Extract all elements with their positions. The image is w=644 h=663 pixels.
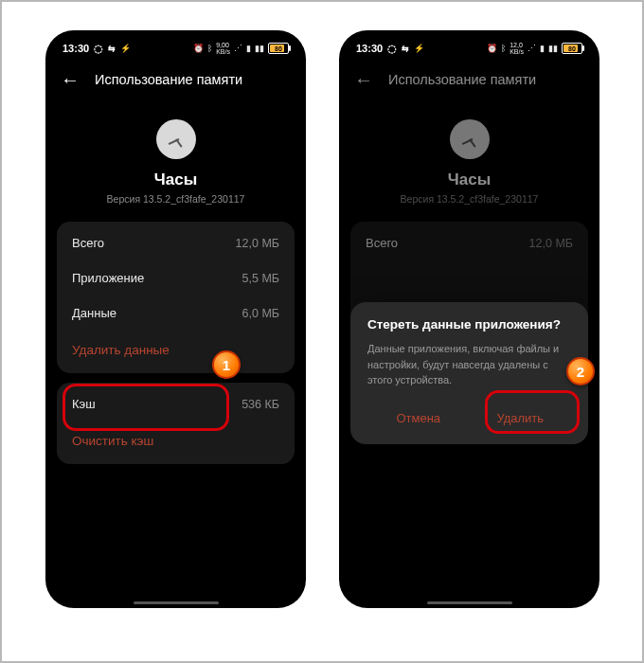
phone-screenshot-2: 13:30 ◌ ⇆ ⚡ ⏰ ᛒ 12,0 KB/s ⋰ ▮ ▮▮ 80 ← Ис… <box>339 30 599 608</box>
app-info: Часы Версия 13.5.2_cf3fafe_230117 <box>339 119 599 205</box>
net-speed: 12,0 KB/s <box>510 42 524 55</box>
app-size-value: 5,5 МБ <box>242 272 279 285</box>
page-title: Использование памяти <box>388 72 536 87</box>
app-info: Часы Версия 13.5.2_cf3fafe_230117 <box>45 119 306 205</box>
annotation-marker-2: 2 <box>566 357 595 385</box>
row-data: Данные 6,0 МБ <box>72 296 279 331</box>
bluetooth-icon: ᛒ <box>207 44 212 53</box>
page-header: ← Использование памяти <box>45 61 306 102</box>
clock-app-icon <box>450 119 490 159</box>
app-name: Часы <box>339 170 599 189</box>
dialog-body: Данные приложения, включая файлы и настр… <box>367 341 571 388</box>
app-name: Часы <box>45 170 306 189</box>
app-version: Версия 13.5.2_cf3fafe_230117 <box>339 193 599 205</box>
signal-icon-2: ▮▮ <box>255 44 264 53</box>
row-total: Всего 12,0 МБ <box>72 225 279 260</box>
phone-screenshot-1: 13:30 ◌ ⇆ ⚡ ⏰ ᛒ 9,00 KB/s ⋰ ▮ ▮▮ 80 ← Ис… <box>45 30 306 608</box>
annotation-marker-1: 1 <box>212 350 241 379</box>
page-header: ← Использование памяти <box>339 61 599 102</box>
page-title: Использование памяти <box>95 72 242 87</box>
signal-icon-2: ▮▮ <box>548 44 558 53</box>
status-bar: 13:30 ◌ ⇆ ⚡ ⏰ ᛒ 12,0 KB/s ⋰ ▮ ▮▮ 80 <box>339 30 599 61</box>
status-bar: 13:30 ◌ ⇆ ⚡ ⏰ ᛒ 9,00 KB/s ⋰ ▮ ▮▮ 80 <box>45 30 306 61</box>
alarm-icon: ⏰ <box>193 44 204 53</box>
transfer-icon: ⇆ <box>108 44 116 53</box>
row-total: Всего 12,0 МБ <box>366 225 573 260</box>
storage-section: Всего 12,0 МБ Приложение 5,5 МБ Данные 6… <box>57 222 295 373</box>
data-value: 6,0 МБ <box>242 307 279 320</box>
back-arrow-icon[interactable]: ← <box>354 70 373 89</box>
app-size-label: Приложение <box>72 271 144 285</box>
signal-icon: ▮ <box>246 44 251 53</box>
battery-icon: 80 <box>562 43 582 54</box>
back-arrow-icon[interactable]: ← <box>61 70 80 89</box>
whatsapp-icon: ◌ <box>94 43 103 55</box>
data-label: Данные <box>72 306 116 320</box>
total-value: 12,0 МБ <box>529 237 573 250</box>
alarm-icon: ⏰ <box>487 44 497 53</box>
net-speed: 9,00 KB/s <box>216 42 230 55</box>
delete-data-button[interactable]: Удалить данные <box>72 331 279 369</box>
dialog-cancel-button[interactable]: Отмена <box>367 400 470 437</box>
home-indicator[interactable] <box>427 601 512 604</box>
wifi-icon: ⋰ <box>528 44 536 53</box>
row-app: Приложение 5,5 МБ <box>72 260 279 296</box>
transfer-icon: ⇆ <box>402 44 409 53</box>
signal-icon: ▮ <box>540 44 545 53</box>
home-indicator[interactable] <box>134 601 219 604</box>
bolt-icon: ⚡ <box>120 44 131 53</box>
status-time: 13:30 <box>63 43 89 54</box>
total-label: Всего <box>366 236 398 250</box>
total-label: Всего <box>72 236 104 250</box>
annotation-highlight-1 <box>63 384 229 431</box>
clock-app-icon <box>156 119 196 159</box>
app-version: Версия 13.5.2_cf3fafe_230117 <box>45 193 306 205</box>
whatsapp-icon: ◌ <box>387 43 397 55</box>
status-time: 13:30 <box>356 43 383 54</box>
bluetooth-icon: ᛒ <box>501 44 506 53</box>
dialog-title: Стереть данные приложения? <box>367 317 571 332</box>
battery-icon: 80 <box>268 43 289 54</box>
wifi-icon: ⋰ <box>234 44 242 53</box>
total-value: 12,0 МБ <box>236 237 279 250</box>
bolt-icon: ⚡ <box>414 44 424 53</box>
annotation-highlight-2 <box>485 390 580 434</box>
cache-value: 536 КБ <box>242 398 279 411</box>
